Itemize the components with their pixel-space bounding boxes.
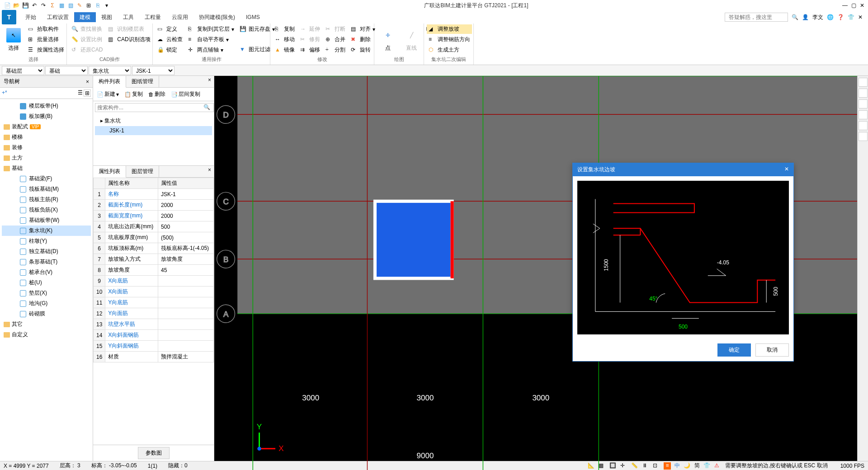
app-icon[interactable]: T bbox=[2, 10, 16, 24]
tree-category[interactable]: 装配式 VIP bbox=[2, 122, 91, 132]
comp-new-button[interactable]: 📄新建 ▾ bbox=[95, 89, 121, 99]
tree-category[interactable]: 装修 bbox=[2, 142, 91, 153]
tree-item[interactable]: 楼层板带(H) bbox=[2, 101, 91, 111]
view-side-icon[interactable] bbox=[859, 110, 868, 119]
tree-category[interactable]: 楼梯 bbox=[2, 132, 91, 142]
panel-close-icon[interactable]: × bbox=[86, 79, 89, 85]
window-close[interactable]: ✕ bbox=[860, 2, 864, 9]
define-button[interactable]: ▭定义 bbox=[156, 24, 184, 34]
qat-tool1-icon[interactable]: Σ bbox=[49, 2, 56, 9]
tab-component-list[interactable]: 构件列表 bbox=[93, 76, 126, 88]
tree-item[interactable]: 板加腋(B) bbox=[2, 111, 91, 122]
comp-floor-copy-button[interactable]: 📑层间复制 bbox=[169, 89, 202, 99]
prop-row[interactable]: 3截面宽度(mm)2000 bbox=[94, 211, 214, 221]
tree-item[interactable]: 桩承台(V) bbox=[2, 267, 91, 277]
menu-tab-1[interactable]: 工程设置 bbox=[42, 12, 74, 22]
aux-axis-button[interactable]: ✛两点辅轴 ▾ bbox=[186, 45, 236, 55]
rotate-button[interactable]: ⟳旋转 bbox=[349, 45, 377, 55]
menu-tab-2[interactable]: 建模 bbox=[74, 12, 96, 22]
search-icon[interactable]: 🔍 bbox=[203, 104, 210, 110]
tree-item[interactable]: 独立基础(D) bbox=[2, 246, 91, 257]
tree-item[interactable]: 基础板带(W) bbox=[2, 215, 91, 226]
prop-row[interactable]: 7放坡输入方式放坡角度 bbox=[94, 254, 214, 265]
comp-tree-root[interactable]: ▸ 集水坑 bbox=[95, 116, 212, 126]
split-button[interactable]: ÷分割 bbox=[324, 45, 347, 55]
qat-open-icon[interactable]: 📂 bbox=[13, 2, 20, 9]
search-component-input[interactable] bbox=[95, 103, 214, 112]
nav-grid-icon[interactable]: ⊞ bbox=[84, 89, 91, 97]
tree-item[interactable]: 垫层(X) bbox=[2, 288, 91, 298]
help-icon[interactable]: ❓ bbox=[837, 14, 844, 20]
menu-tab-6[interactable]: 云应用 bbox=[166, 12, 193, 22]
tree-item[interactable]: 筏板基础(M) bbox=[2, 184, 91, 194]
tree-item[interactable]: 条形基础(T) bbox=[2, 257, 91, 267]
component-select[interactable]: JSK-1 bbox=[132, 66, 175, 75]
qat-tool5-icon[interactable]: ⊞ bbox=[85, 2, 92, 9]
window-minimize[interactable]: — bbox=[842, 2, 848, 9]
tab-property-list[interactable]: 属性列表 bbox=[93, 166, 126, 178]
type-select[interactable]: 集水坑 bbox=[89, 66, 131, 75]
qat-redo-icon[interactable]: ↷ bbox=[40, 2, 47, 9]
mirror-button[interactable]: ▲镜像 bbox=[273, 45, 297, 55]
menu-tab-8[interactable]: IGMS bbox=[241, 12, 265, 22]
tree-item[interactable]: 基础梁(F) bbox=[2, 174, 91, 184]
search-icon[interactable]: 🔍 bbox=[792, 14, 798, 20]
auto-level-button[interactable]: ≡自动平齐板 ▾ bbox=[186, 35, 236, 44]
prop-row[interactable]: 1名称JSK-1 bbox=[94, 189, 214, 200]
tree-category[interactable]: 其它 bbox=[2, 319, 91, 329]
user-name[interactable]: 李文 bbox=[812, 14, 823, 21]
tree-item[interactable]: 砖砌膜 bbox=[2, 309, 91, 319]
menu-tab-5[interactable]: 工程量 bbox=[139, 12, 166, 22]
prop-row[interactable]: 14X向斜面钢筋 bbox=[94, 330, 214, 341]
qat-dropdown-icon[interactable]: ▾ bbox=[103, 2, 110, 9]
merge-button[interactable]: ⊕合并 bbox=[324, 35, 347, 44]
prop-row[interactable]: 16材质预拌混凝土 bbox=[94, 352, 214, 362]
select-by-prop-button[interactable]: ☰按属性选择 bbox=[26, 45, 66, 55]
tree-category[interactable]: 土方 bbox=[2, 153, 91, 163]
help-search-input[interactable] bbox=[725, 13, 788, 22]
menu-tab-0[interactable]: 开始 bbox=[20, 12, 42, 22]
point-button[interactable]: ✛ 点 bbox=[377, 24, 399, 55]
move-button[interactable]: ↔移动 bbox=[273, 35, 297, 44]
prop-row[interactable]: 8放坡角度45 bbox=[94, 265, 214, 276]
tree-item[interactable]: 地沟(G) bbox=[2, 298, 91, 309]
panel-minimize-icon[interactable]: × bbox=[205, 76, 214, 87]
tree-category[interactable]: 自定义 bbox=[2, 329, 91, 340]
globe-icon[interactable]: 🌐 bbox=[827, 14, 834, 20]
menu-tab-7[interactable]: 协同建模(限免) bbox=[193, 12, 241, 22]
child-close-icon[interactable]: ✕ bbox=[858, 14, 863, 20]
qat-tool6-icon[interactable]: ⎘ bbox=[94, 2, 101, 9]
prop-row[interactable]: 6坑板顶标高(m)筏板底标高-1(-4.05) bbox=[94, 243, 214, 254]
prop-row[interactable]: 9X向底筋 bbox=[94, 276, 214, 287]
view-orbit-icon[interactable] bbox=[859, 121, 868, 130]
dialog-close-button[interactable]: ✕ bbox=[784, 166, 789, 174]
tree-item[interactable]: 筏板主筋(R) bbox=[2, 194, 91, 205]
qat-tool3-icon[interactable]: ▧ bbox=[67, 2, 74, 9]
nav-list-icon[interactable]: ☰ bbox=[78, 89, 83, 97]
qat-tool2-icon[interactable]: ▦ bbox=[58, 2, 65, 9]
prop-row[interactable]: 2截面长度(mm)2000 bbox=[94, 200, 214, 211]
copy-button[interactable]: ⎘复制 bbox=[273, 24, 297, 34]
dialog-cancel-button[interactable]: 取消 bbox=[755, 343, 789, 357]
select-button[interactable]: ↖ 选择 bbox=[3, 24, 24, 55]
prop-row[interactable]: 11Y向底筋 bbox=[94, 297, 214, 308]
qat-tool4-icon[interactable]: ✎ bbox=[76, 2, 83, 9]
panel-minimize-icon[interactable]: × bbox=[205, 166, 214, 177]
qat-save-icon[interactable]: 💾 bbox=[22, 2, 29, 9]
prop-row[interactable]: 13坑壁水平筋 bbox=[94, 319, 214, 330]
view-front-icon[interactable] bbox=[859, 99, 868, 108]
batch-select-button[interactable]: ⊞批量选择 bbox=[26, 35, 66, 44]
gen-earthwork-button[interactable]: ⬡生成土方 bbox=[427, 45, 472, 55]
comp-copy-button[interactable]: 📋复制 bbox=[123, 89, 145, 99]
tree-item[interactable]: 筏板负筋(X) bbox=[2, 205, 91, 215]
prop-row[interactable]: 10X向面筋 bbox=[94, 287, 214, 297]
comp-delete-button[interactable]: 🗑删除 bbox=[146, 89, 167, 99]
prop-row[interactable]: 5坑底板厚度(mm)(500) bbox=[94, 232, 214, 243]
qat-new-icon[interactable]: 📄 bbox=[4, 2, 11, 9]
tree-item[interactable]: 集水坑(K) bbox=[2, 226, 91, 236]
view-grid-icon[interactable] bbox=[859, 132, 868, 141]
user-icon[interactable]: 👤 bbox=[802, 14, 809, 20]
tree-category[interactable]: 基础 bbox=[2, 163, 91, 174]
floor-select[interactable]: 基础层 bbox=[2, 66, 44, 75]
qat-undo-icon[interactable]: ↶ bbox=[31, 2, 38, 9]
